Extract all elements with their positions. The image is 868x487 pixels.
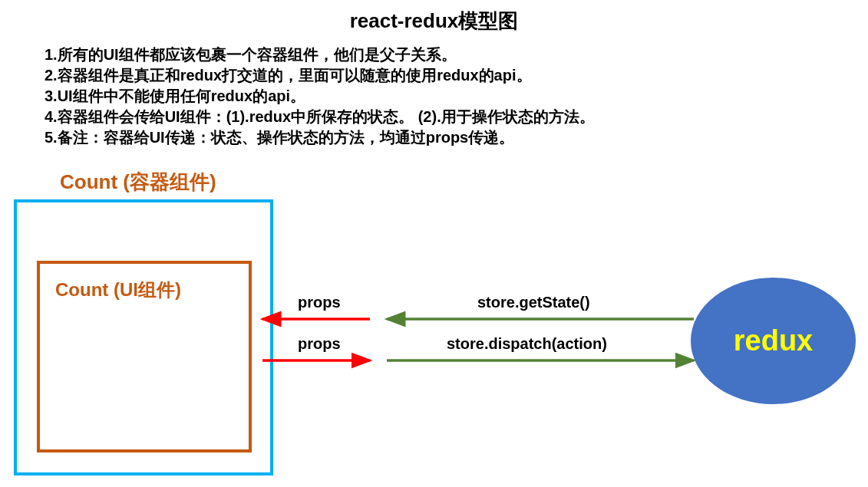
dispatch-label: store.dispatch(action): [447, 335, 607, 353]
container-box-label: Count (容器组件): [60, 169, 216, 196]
notes-block: 1.所有的UI组件都应该包裹一个容器组件，他们是父子关系。 2.容器组件是真正和…: [45, 44, 595, 148]
diagram-title: react-redux模型图: [0, 8, 868, 35]
note-line: 4.容器组件会传给UI组件：(1).redux中所保存的状态。 (2).用于操作…: [45, 107, 595, 127]
getstate-label: store.getState(): [477, 294, 590, 311]
props-in-label: props: [298, 294, 341, 311]
redux-label: redux: [734, 324, 813, 357]
note-line: 1.所有的UI组件都应该包裹一个容器组件，他们是父子关系。: [45, 44, 595, 65]
props-out-label: props: [298, 335, 341, 353]
diagram-canvas: react-redux模型图 1.所有的UI组件都应该包裹一个容器组件，他们是父…: [0, 0, 868, 487]
note-line: 5.备注：容器给UI传递：状态、操作状态的方法，均通过props传递。: [45, 127, 595, 148]
note-line: 2.容器组件是真正和redux打交道的，里面可以随意的使用redux的api。: [45, 65, 595, 86]
note-line: 3.UI组件中不能使用任何redux的api。: [45, 86, 595, 107]
redux-node: redux: [691, 278, 856, 404]
ui-component-label: Count (UI组件): [55, 278, 181, 302]
